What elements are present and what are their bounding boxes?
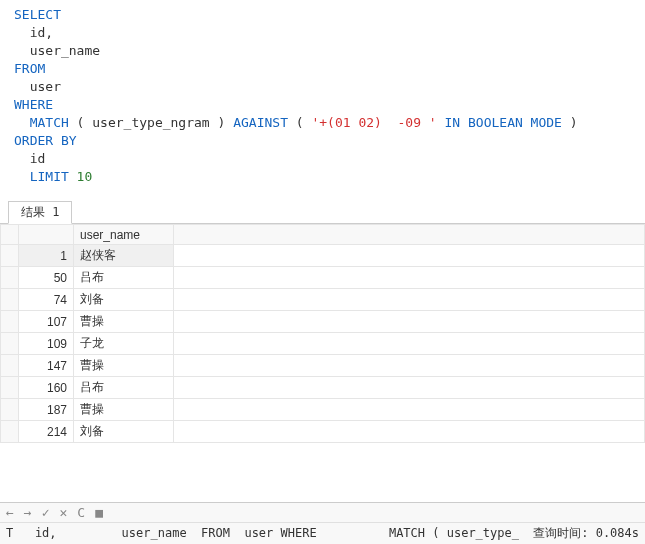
cell-user-name[interactable]: 赵侠客: [74, 245, 174, 267]
cell-blank: [174, 245, 645, 267]
next-icon[interactable]: →: [24, 505, 32, 520]
sql-text: user: [14, 79, 61, 94]
row-head: [1, 267, 19, 289]
sql-keyword: FROM: [14, 61, 45, 76]
row-header-blank: [1, 225, 19, 245]
record-nav-toolbar: ← → ✓ ✕ C ■: [0, 503, 645, 523]
table-row[interactable]: 107曹操: [1, 311, 645, 333]
apply-icon[interactable]: ✓: [42, 505, 50, 520]
results-tab-bar: 结果 1: [0, 200, 645, 224]
cell-id[interactable]: 147: [19, 355, 74, 377]
cell-user-name[interactable]: 吕布: [74, 377, 174, 399]
status-query-text: T id, user_name FROM user WHERE MATCH ( …: [6, 526, 519, 540]
cell-id[interactable]: 187: [19, 399, 74, 421]
cell-blank: [174, 421, 645, 443]
results-grid[interactable]: user_name 1赵侠客 50吕布 74刘备 107曹操 109子龙 147…: [0, 224, 645, 443]
cell-id[interactable]: 109: [19, 333, 74, 355]
cell-blank: [174, 399, 645, 421]
row-head: [1, 289, 19, 311]
table-row[interactable]: 74刘备: [1, 289, 645, 311]
sql-text: id: [14, 151, 45, 166]
cell-id[interactable]: 107: [19, 311, 74, 333]
cell-user-name[interactable]: 曹操: [74, 311, 174, 333]
cell-blank: [174, 311, 645, 333]
cell-user-name[interactable]: 子龙: [74, 333, 174, 355]
sql-keyword: BOOLEAN: [460, 115, 523, 130]
sql-keyword: MODE: [523, 115, 562, 130]
row-head: [1, 245, 19, 267]
sql-editor[interactable]: SELECT id, user_name FROM user WHERE MAT…: [0, 0, 645, 196]
cell-user-name[interactable]: 吕布: [74, 267, 174, 289]
sql-keyword: ORDER BY: [14, 133, 77, 148]
cell-blank: [174, 377, 645, 399]
cell-blank: [174, 289, 645, 311]
row-head: [1, 421, 19, 443]
cell-user-name[interactable]: 刘备: [74, 421, 174, 443]
row-head: [1, 355, 19, 377]
grid-header-row: user_name: [1, 225, 645, 245]
status-query-time: 查询时间: 0.084s: [533, 525, 639, 542]
sql-string: '+(01 02) -09 ': [311, 115, 436, 130]
bottom-bar: ← → ✓ ✕ C ■ T id, user_name FROM user WH…: [0, 502, 645, 544]
cancel-icon[interactable]: ✕: [59, 505, 67, 520]
tab-result-1[interactable]: 结果 1: [8, 201, 72, 224]
sql-text: user_name: [14, 43, 100, 58]
row-head: [1, 311, 19, 333]
table-row[interactable]: 147曹操: [1, 355, 645, 377]
sql-number: 10: [69, 169, 92, 184]
cell-id[interactable]: 50: [19, 267, 74, 289]
sql-keyword: IN: [437, 115, 460, 130]
sql-text: ( user_type_ngram ): [69, 115, 233, 130]
stop-icon[interactable]: ■: [95, 505, 103, 520]
cell-user-name[interactable]: 刘备: [74, 289, 174, 311]
refresh-icon[interactable]: C: [77, 505, 85, 520]
cell-id[interactable]: 160: [19, 377, 74, 399]
status-bar: T id, user_name FROM user WHERE MATCH ( …: [0, 523, 645, 543]
row-head: [1, 399, 19, 421]
sql-text: (: [288, 115, 311, 130]
cell-user-name[interactable]: 曹操: [74, 355, 174, 377]
cell-id[interactable]: 74: [19, 289, 74, 311]
table-row[interactable]: 214刘备: [1, 421, 645, 443]
sql-text: ): [562, 115, 578, 130]
prev-icon[interactable]: ←: [6, 505, 14, 520]
table-row[interactable]: 109子龙: [1, 333, 645, 355]
table-row[interactable]: 187曹操: [1, 399, 645, 421]
cell-id[interactable]: 214: [19, 421, 74, 443]
cell-id[interactable]: 1: [19, 245, 74, 267]
cell-blank: [174, 355, 645, 377]
cell-blank: [174, 333, 645, 355]
col-header-id[interactable]: [19, 225, 74, 245]
sql-keyword: MATCH: [14, 115, 69, 130]
col-header-user-name[interactable]: user_name: [74, 225, 174, 245]
row-head: [1, 377, 19, 399]
table-row[interactable]: 160吕布: [1, 377, 645, 399]
sql-keyword: AGAINST: [233, 115, 288, 130]
row-head: [1, 333, 19, 355]
sql-keyword: WHERE: [14, 97, 53, 112]
cell-user-name[interactable]: 曹操: [74, 399, 174, 421]
col-header-blank: [174, 225, 645, 245]
sql-keyword: LIMIT: [14, 169, 69, 184]
table-row[interactable]: 50吕布: [1, 267, 645, 289]
sql-keyword: SELECT: [14, 7, 61, 22]
table-row[interactable]: 1赵侠客: [1, 245, 645, 267]
cell-blank: [174, 267, 645, 289]
sql-text: id,: [14, 25, 53, 40]
